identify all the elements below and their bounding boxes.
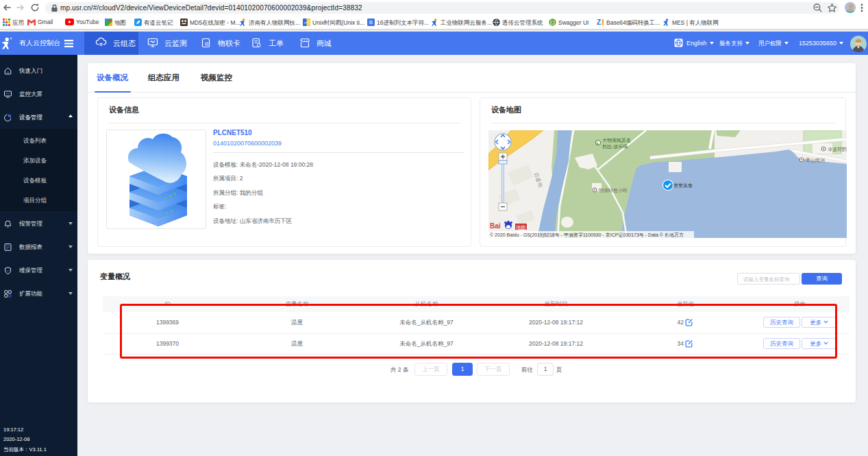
svg-text:葦山雨润: 葦山雨润: [806, 158, 825, 163]
svg-text:大明湖风景名: 大明湖风景名: [602, 138, 631, 143]
svg-text:赞赞美食: 赞赞美食: [673, 183, 693, 189]
svg-text:å: å: [597, 141, 599, 145]
svg-text:明湖特色小吃: 明湖特色小吃: [599, 188, 628, 193]
svg-text:冷波荷韵: 冷波荷韵: [828, 147, 847, 152]
svg-text:Z: Z: [597, 19, 601, 26]
svg-text:地图: 地图: [516, 225, 526, 230]
svg-text:{;}: {;}: [550, 19, 556, 25]
svg-text:© 2020 Baidu - GS(2019)5218号 -: © 2020 Baidu - GS(2019)5218号 - 甲测资字11009…: [490, 232, 684, 238]
svg-text:胜区-游乐场: 胜区-游乐场: [602, 144, 628, 149]
svg-text:Bai: Bai: [490, 222, 501, 230]
svg-text:B: B: [369, 19, 373, 25]
